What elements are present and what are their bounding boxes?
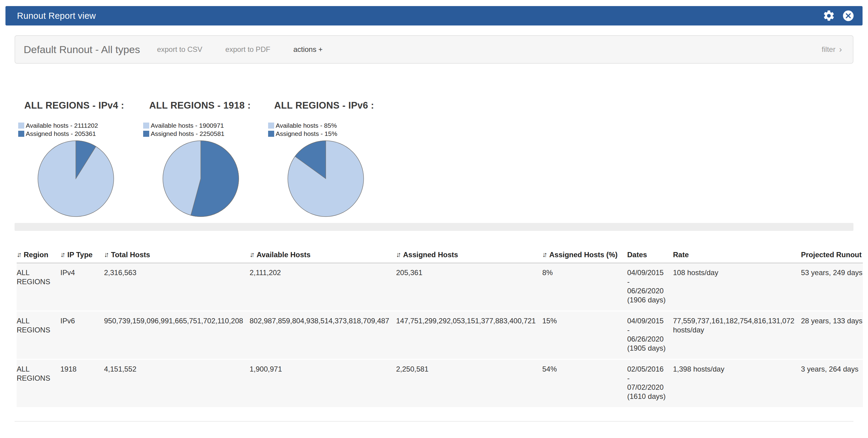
date-line: 06/26/2020 [627, 335, 667, 344]
cell-assigned-hosts: 2,250,581 [396, 360, 542, 407]
legend-swatch-assigned [268, 131, 274, 137]
date-line: (1906 days) [627, 295, 667, 305]
date-line: 06/26/2020 [627, 286, 667, 295]
table-row: ALL REGIONS 1918 4,151,552 1,900,971 2,2… [17, 360, 863, 407]
chart-title: ALL REGIONS - IPv4 : [24, 100, 149, 111]
export-csv-link[interactable]: export to CSV [157, 45, 202, 54]
sort-icon: ↓↑ [60, 251, 64, 259]
runout-table: ↓↑ Region ↓↑ IP Type ↓↑ Total Hosts ↓↑ A… [17, 251, 863, 408]
cell-assigned-pct: 15% [542, 312, 627, 359]
filter-label: filter [822, 45, 835, 54]
cell-rate: 108 hosts/day [673, 263, 801, 311]
date-line: (1905 days) [627, 344, 667, 353]
cell-assigned-pct: 8% [542, 263, 627, 311]
cell-assigned-hosts: 205,361 [396, 263, 542, 311]
column-label: Total Hosts [111, 251, 150, 259]
table-header-row: ↓↑ Region ↓↑ IP Type ↓↑ Total Hosts ↓↑ A… [17, 251, 863, 263]
cell-dates: 04/09/2015 - 06/26/2020 (1905 days) [627, 312, 673, 359]
cell-dates: 02/05/2016 - 07/02/2020 (1610 days) [627, 360, 673, 407]
window-titlebar: Runout Report view [5, 6, 863, 26]
export-pdf-link[interactable]: export to PDF [225, 45, 270, 54]
pie-chart [287, 139, 365, 218]
window-title: Runout Report view [17, 11, 96, 21]
date-line: - [627, 374, 667, 383]
cell-rate: 1,398 hosts/day [673, 360, 801, 407]
cell-available-hosts: 1,900,971 [250, 360, 396, 407]
actions-button[interactable]: actions + [293, 45, 323, 54]
cell-region: ALL REGIONS [17, 312, 60, 359]
legend-item: Available hosts - 1900971 [143, 121, 274, 129]
cell-assigned-hosts: 147,751,299,292,053,151,377,883,400,721 [396, 312, 542, 359]
column-label: Projected Runout [801, 251, 862, 259]
section-divider [14, 223, 854, 231]
cell-total-hosts: 2,316,563 [104, 263, 250, 311]
date-line: - [627, 325, 667, 335]
legend-label: Assigned hosts - 205361 [26, 130, 96, 137]
column-header-available-hosts[interactable]: ↓↑ Available Hosts [250, 251, 396, 259]
chevron-right-icon: › [839, 45, 842, 54]
legend-swatch-available [268, 123, 274, 129]
legend-item: Available hosts - 2111202 [18, 121, 149, 129]
cell-ip-type: IPv6 [60, 312, 104, 359]
sort-icon: ↓↑ [104, 251, 107, 259]
date-line: 04/09/2015 [627, 268, 667, 277]
legend-swatch-assigned [143, 131, 149, 137]
chart-legend: Available hosts - 1900971 Assigned hosts… [143, 121, 274, 138]
charts-section: ALL REGIONS - IPv4 : Available hosts - 2… [24, 100, 399, 218]
date-line: 04/09/2015 [627, 316, 667, 325]
cell-rate: 77,559,737,161,182,754,816,131,072 hosts… [673, 312, 801, 359]
legend-item: Assigned hosts - 2250581 [143, 129, 274, 138]
cell-ip-type: IPv4 [60, 263, 104, 311]
table-row: ALL REGIONS IPv4 2,316,563 2,111,202 205… [17, 263, 863, 311]
panel-bottom-border [14, 421, 854, 421]
legend-item: Available hosts - 85% [268, 121, 399, 129]
legend-swatch-available [18, 123, 24, 129]
column-label: Dates [627, 251, 647, 259]
pie-chart-block-1918: ALL REGIONS - 1918 : Available hosts - 1… [149, 100, 274, 218]
cell-total-hosts: 950,739,159,096,991,665,751,702,110,208 [104, 312, 250, 359]
chart-title: ALL REGIONS - 1918 : [149, 100, 274, 111]
legend-label: Available hosts - 2111202 [26, 122, 98, 129]
column-header-dates: Dates [627, 251, 673, 259]
column-label: Assigned Hosts (%) [549, 251, 618, 259]
cell-region: ALL REGIONS [17, 263, 60, 311]
pie-chart [37, 139, 115, 218]
column-header-region[interactable]: ↓↑ Region [17, 251, 60, 259]
column-header-rate: Rate [673, 251, 801, 259]
cell-projected-runout: 28 years, 133 days [801, 312, 863, 359]
legend-label: Assigned hosts - 15% [276, 130, 337, 137]
sort-icon: ↓↑ [17, 251, 20, 259]
cell-projected-runout: 3 years, 264 days [801, 360, 863, 407]
column-label: IP Type [67, 251, 93, 259]
column-header-projected-runout: Projected Runout [801, 251, 863, 259]
column-header-total-hosts[interactable]: ↓↑ Total Hosts [104, 251, 250, 259]
report-toolbar: Default Runout - All types export to CSV… [14, 35, 854, 64]
date-line: (1610 days) [627, 392, 667, 401]
pie-chart-block-ipv6: ALL REGIONS - IPv6 : Available hosts - 8… [274, 100, 399, 218]
column-header-assigned-hosts-pct[interactable]: ↓↑ Assigned Hosts (%) [542, 251, 627, 259]
legend-swatch-available [143, 123, 149, 129]
cell-ip-type: 1918 [60, 360, 104, 407]
column-header-assigned-hosts[interactable]: ↓↑ Assigned Hosts [396, 251, 542, 259]
gear-icon[interactable] [823, 9, 835, 22]
titlebar-actions [823, 9, 855, 22]
column-label: Region [24, 251, 48, 259]
table-row: ALL REGIONS IPv6 950,739,159,096,991,665… [17, 312, 863, 359]
date-line: 07/02/2020 [627, 383, 667, 392]
pie-chart [162, 139, 240, 218]
cell-available-hosts: 2,111,202 [250, 263, 396, 311]
sort-icon: ↓↑ [250, 251, 253, 259]
column-label: Rate [673, 251, 689, 259]
chart-legend: Available hosts - 2111202 Assigned hosts… [18, 121, 149, 138]
chart-legend: Available hosts - 85% Assigned hosts - 1… [268, 121, 399, 138]
cell-available-hosts: 802,987,859,804,938,514,373,818,709,487 [250, 312, 396, 359]
legend-label: Available hosts - 85% [276, 122, 337, 129]
date-line: - [627, 277, 667, 286]
report-title: Default Runout - All types [24, 44, 140, 56]
cell-total-hosts: 4,151,552 [104, 360, 250, 407]
filter-button[interactable]: filter › [822, 45, 842, 54]
column-header-ip-type[interactable]: ↓↑ IP Type [60, 251, 104, 259]
close-circle-icon[interactable] [842, 9, 855, 22]
cell-dates: 04/09/2015 - 06/26/2020 (1906 days) [627, 263, 673, 311]
legend-label: Available hosts - 1900971 [151, 122, 224, 129]
